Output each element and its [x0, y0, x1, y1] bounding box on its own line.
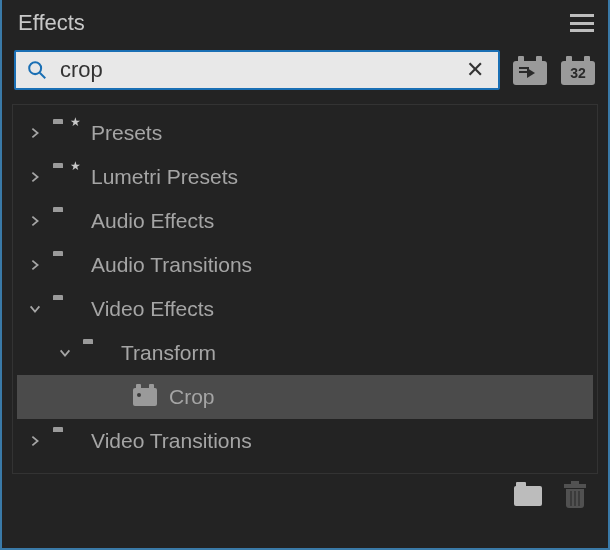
tree-row-presets[interactable]: ★Presets — [13, 111, 597, 155]
search-row: ✕ 32 — [2, 50, 608, 104]
folder-icon: ★ — [51, 167, 79, 187]
tree-row-label: Video Effects — [91, 297, 214, 321]
tree-row-label: Audio Transitions — [91, 253, 252, 277]
search-icon — [26, 59, 48, 81]
folder-icon — [51, 255, 79, 275]
panel-menu-icon[interactable] — [570, 14, 594, 32]
folder-icon: ★ — [51, 123, 79, 143]
tree-row-label: Lumetri Presets — [91, 165, 238, 189]
folder-icon — [51, 299, 79, 319]
effect-icon — [133, 388, 157, 406]
accelerated-effects-button[interactable] — [512, 55, 548, 85]
tree-row-label: Video Transitions — [91, 429, 252, 453]
clear-search-icon[interactable]: ✕ — [462, 57, 488, 83]
folder-icon — [81, 343, 109, 363]
chevron-right-icon[interactable] — [25, 126, 45, 140]
search-input[interactable] — [48, 57, 462, 83]
chevron-right-icon[interactable] — [25, 258, 45, 272]
delete-icon[interactable] — [564, 484, 586, 508]
tree-row-transform[interactable]: Transform — [13, 331, 597, 375]
thirtytwo-bit-button[interactable]: 32 — [560, 55, 596, 85]
chevron-down-icon[interactable] — [55, 346, 75, 360]
tree-row-lumetri-presets[interactable]: ★Lumetri Presets — [13, 155, 597, 199]
star-icon: ★ — [70, 115, 81, 129]
tree-row-label: Audio Effects — [91, 209, 214, 233]
panel-title: Effects — [18, 10, 85, 36]
tree-row-video-transitions[interactable]: Video Transitions — [13, 419, 597, 463]
svg-point-0 — [29, 62, 41, 74]
chevron-right-icon[interactable] — [25, 170, 45, 184]
new-bin-icon[interactable] — [514, 486, 542, 506]
effects-panel: Effects ✕ 32 ★Presets★Lumetri Prese — [2, 0, 608, 548]
tree-row-label: Transform — [121, 341, 216, 365]
folder-icon — [51, 431, 79, 451]
folder-icon — [51, 211, 79, 231]
effects-tree: ★Presets★Lumetri PresetsAudio EffectsAud… — [12, 104, 598, 474]
chevron-right-icon[interactable] — [25, 214, 45, 228]
star-icon: ★ — [70, 159, 81, 173]
tree-row-label: Crop — [169, 385, 215, 409]
svg-line-1 — [40, 73, 46, 79]
chevron-right-icon[interactable] — [25, 434, 45, 448]
panel-header: Effects — [2, 0, 608, 50]
search-box[interactable]: ✕ — [14, 50, 500, 90]
tree-row-audio-transitions[interactable]: Audio Transitions — [13, 243, 597, 287]
chevron-down-icon[interactable] — [25, 302, 45, 316]
panel-footer — [2, 474, 608, 508]
tree-row-crop[interactable]: Crop — [17, 375, 593, 419]
tree-row-label: Presets — [91, 121, 162, 145]
tree-row-video-effects[interactable]: Video Effects — [13, 287, 597, 331]
tree-row-audio-effects[interactable]: Audio Effects — [13, 199, 597, 243]
